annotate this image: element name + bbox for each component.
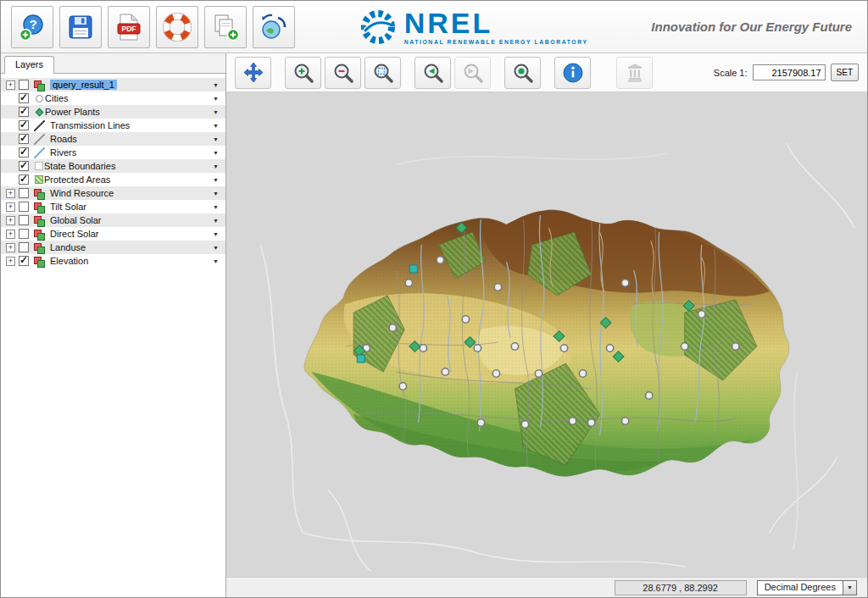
layer-dropdown-caret-icon[interactable] bbox=[213, 163, 219, 169]
help-button[interactable] bbox=[156, 6, 198, 48]
layer-row[interactable]: Power Plants bbox=[1, 105, 225, 119]
units-dropdown-value: Decimal Degrees bbox=[758, 581, 843, 595]
layer-row[interactable]: Elevation bbox=[1, 254, 225, 268]
zoom-previous-button[interactable] bbox=[415, 57, 451, 89]
layer-checkbox[interactable] bbox=[19, 147, 29, 158]
svg-text:PDF: PDF bbox=[122, 25, 136, 33]
layer-label: Landuse bbox=[50, 242, 130, 252]
raster-layers-icon bbox=[34, 215, 45, 226]
layer-label: Tilt Solar bbox=[50, 202, 130, 212]
layer-row[interactable]: Roads bbox=[1, 132, 225, 146]
identify-button[interactable] bbox=[554, 57, 591, 89]
spatial-tools-button[interactable] bbox=[253, 6, 295, 48]
zoom-next-icon bbox=[462, 62, 484, 84]
layer-row[interactable]: Wind Resource bbox=[1, 186, 225, 200]
layer-row[interactable]: Cities bbox=[1, 91, 225, 105]
nrel-wordmark: NREL bbox=[404, 8, 588, 37]
pan-icon bbox=[242, 62, 264, 83]
units-dropdown-caret-icon[interactable] bbox=[843, 581, 856, 595]
layer-label: State Boundaries bbox=[44, 161, 127, 171]
layer-label: query_result_1 bbox=[50, 80, 117, 90]
layer-dropdown-caret-icon[interactable] bbox=[213, 109, 219, 115]
layer-row[interactable]: Landuse bbox=[1, 241, 225, 254]
svg-text:?: ? bbox=[29, 17, 36, 31]
transmission-line-icon bbox=[34, 120, 45, 131]
layer-checkbox[interactable] bbox=[19, 242, 29, 252]
layer-row[interactable]: Transmission Lines bbox=[1, 119, 225, 132]
layer-checkbox[interactable] bbox=[19, 134, 29, 144]
layer-dropdown-caret-icon[interactable] bbox=[213, 191, 219, 197]
layer-row[interactable]: Protected Areas bbox=[1, 173, 225, 186]
nrel-logo-icon bbox=[359, 8, 398, 47]
map-status-bar: 28.6779 , 88.2992 Decimal Degrees bbox=[226, 577, 867, 597]
add-data-icon bbox=[211, 13, 240, 42]
application-window: ? PDF bbox=[0, 0, 868, 598]
zoom-box-icon bbox=[372, 62, 394, 84]
layer-dropdown-caret-icon[interactable] bbox=[213, 136, 219, 142]
zoom-in-button[interactable] bbox=[285, 57, 321, 89]
zoom-box-button[interactable] bbox=[364, 57, 401, 89]
layer-row[interactable]: Rivers bbox=[1, 146, 225, 159]
layer-checkbox[interactable] bbox=[19, 174, 29, 185]
attribute-table-button[interactable] bbox=[616, 57, 653, 89]
expand-toggle-icon[interactable] bbox=[6, 230, 15, 239]
layer-row[interactable]: State Boundaries bbox=[1, 159, 225, 173]
layer-checkbox[interactable] bbox=[19, 93, 29, 103]
expand-toggle-icon[interactable] bbox=[6, 257, 15, 266]
layer-checkbox[interactable] bbox=[19, 188, 29, 198]
layer-row[interactable]: Direct Solar bbox=[1, 227, 225, 241]
pan-button[interactable] bbox=[235, 57, 271, 89]
layer-checkbox[interactable] bbox=[19, 256, 29, 266]
layer-checkbox[interactable] bbox=[19, 107, 29, 117]
layer-dropdown-caret-icon[interactable] bbox=[213, 177, 219, 183]
main-toolbar: ? PDF bbox=[1, 1, 867, 53]
scale-input[interactable] bbox=[753, 64, 826, 80]
expand-toggle-icon[interactable] bbox=[6, 202, 15, 212]
sidebar-tabbar: Layers bbox=[1, 53, 225, 74]
zoom-previous-icon bbox=[422, 62, 444, 84]
layer-checkbox[interactable] bbox=[19, 229, 29, 239]
layer-checkbox[interactable] bbox=[19, 80, 29, 90]
power-plant-diamond-icon bbox=[36, 108, 44, 116]
export-pdf-button[interactable]: PDF bbox=[108, 6, 150, 48]
expand-toggle-icon[interactable] bbox=[6, 80, 15, 90]
layer-tree: query_result_1 Cities Power Plants bbox=[1, 74, 225, 597]
layer-dropdown-caret-icon[interactable] bbox=[213, 123, 219, 129]
zoom-full-extent-button[interactable] bbox=[504, 57, 541, 89]
layer-dropdown-caret-icon[interactable] bbox=[213, 150, 219, 156]
layer-dropdown-caret-icon[interactable] bbox=[213, 204, 219, 210]
expand-toggle-icon[interactable] bbox=[6, 216, 15, 225]
layer-dropdown-caret-icon[interactable] bbox=[213, 231, 219, 237]
layer-row[interactable]: Tilt Solar bbox=[1, 200, 225, 213]
layer-checkbox[interactable] bbox=[19, 161, 29, 171]
layer-label: Power Plants bbox=[45, 107, 127, 117]
map-canvas[interactable] bbox=[226, 92, 867, 577]
cursor-coordinates: 28.6779 , 88.2992 bbox=[615, 580, 747, 595]
expand-toggle-icon[interactable] bbox=[6, 243, 15, 252]
layer-checkbox[interactable] bbox=[19, 215, 29, 225]
layer-checkbox[interactable] bbox=[19, 202, 29, 212]
layer-label: Elevation bbox=[50, 256, 130, 266]
layer-dropdown-caret-icon[interactable] bbox=[213, 82, 219, 88]
zoom-next-button[interactable] bbox=[454, 57, 491, 89]
layer-dropdown-caret-icon[interactable] bbox=[213, 96, 219, 102]
units-dropdown[interactable]: Decimal Degrees bbox=[757, 580, 857, 595]
layer-dropdown-caret-icon[interactable] bbox=[213, 245, 219, 251]
tab-layers[interactable]: Layers bbox=[4, 56, 54, 74]
expand-toggle-icon[interactable] bbox=[6, 189, 15, 198]
new-query-button[interactable]: ? bbox=[11, 6, 53, 48]
layer-checkbox[interactable] bbox=[19, 120, 29, 130]
content-area: Layers query_result_1 Cities bbox=[1, 53, 867, 597]
layer-label: Transmission Lines bbox=[50, 120, 130, 130]
layer-row[interactable]: query_result_1 bbox=[1, 78, 225, 91]
city-point-icon bbox=[36, 95, 43, 102]
zoom-out-button[interactable] bbox=[325, 57, 361, 89]
save-button[interactable] bbox=[59, 6, 102, 48]
map-svg[interactable] bbox=[226, 92, 867, 577]
save-session-icon bbox=[66, 13, 95, 42]
layer-row[interactable]: Global Solar bbox=[1, 213, 225, 227]
scale-set-button[interactable]: SET bbox=[831, 64, 859, 81]
layer-dropdown-caret-icon[interactable] bbox=[213, 258, 219, 264]
add-data-button[interactable] bbox=[204, 6, 247, 48]
layer-dropdown-caret-icon[interactable] bbox=[213, 218, 219, 224]
